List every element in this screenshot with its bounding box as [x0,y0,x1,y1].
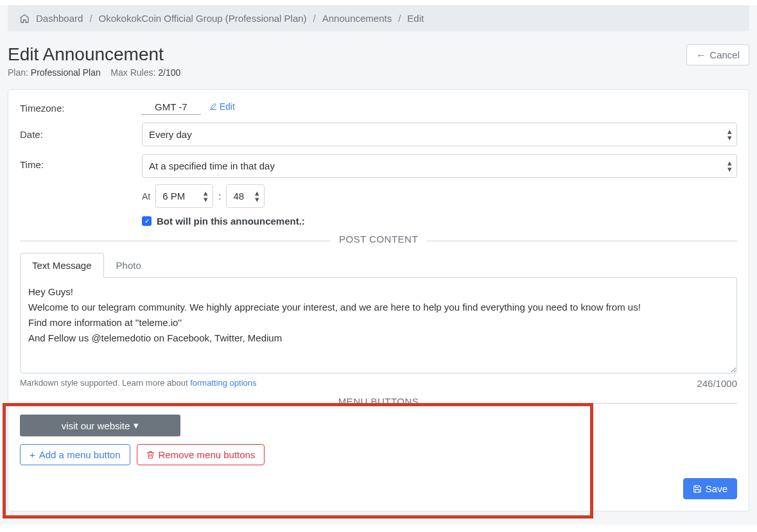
minute-select[interactable]: 48 [226,184,265,208]
post-tabs: Text Message Photo [20,252,737,277]
plus-icon: + [30,449,35,460]
form-card: Timezone: GMT -7 Edit Date: Every day ▴▾ [8,89,749,511]
at-label: At [142,191,150,202]
formatting-options-link[interactable]: formatting options [190,378,256,388]
timezone-value: GMT -7 [142,101,200,115]
plan-label: Plan: [8,67,31,78]
cancel-label: Cancel [709,49,740,60]
edit-label: Edit [220,101,235,112]
menu-buttons-heading: MENU BUTTONS [329,396,428,407]
breadcrumb-sep: / [398,13,401,24]
arrow-left-icon: ← [696,49,706,60]
pin-label: Bot will pin this announcement.: [157,216,305,227]
maxrules-label: Max Rules: [110,67,158,78]
hour-select[interactable]: 6 PM [155,184,213,208]
edit-timezone-link[interactable]: Edit [209,101,235,112]
hint-text: Markdown style supported. Learn more abo… [20,378,190,388]
cancel-button[interactable]: ← Cancel [686,44,749,65]
date-select[interactable]: Every day [142,123,737,146]
breadcrumb-current: Edit [407,13,424,24]
maxrules-value: 2/100 [158,67,180,78]
add-menu-button[interactable]: + Add a menu button [20,444,130,465]
menu-buttons-section: MENU BUTTONS visit our website ▾ + Add a… [20,403,737,465]
tab-photo[interactable]: Photo [104,253,153,278]
breadcrumb: Dashboard / OkokokokCoin Official Group … [8,5,749,31]
breadcrumb-sep: / [89,13,92,24]
char-counter: 246/1000 [697,378,737,389]
tab-text-message[interactable]: Text Message [20,253,104,278]
timezone-label: Timezone: [20,103,142,114]
save-icon [693,485,702,493]
menu-button-chip[interactable]: visit our website ▾ [20,415,180,436]
edit-icon [209,103,217,110]
time-sep: : [218,191,221,202]
breadcrumb-group[interactable]: OkokokokCoin Official Group (Professiona… [99,13,307,24]
time-label: Time: [20,154,142,170]
home-icon [19,13,30,24]
trash-icon [146,450,155,459]
breadcrumb-dashboard[interactable]: Dashboard [36,13,83,24]
remove-menu-label: Remove menu buttons [159,449,256,460]
time-mode-select[interactable]: At a specified time in that day [142,154,737,178]
save-button[interactable]: Save [683,478,737,499]
add-menu-label: Add a menu button [39,449,121,460]
remove-menu-buttons[interactable]: Remove menu buttons [137,444,265,465]
menu-button-chip-label: visit our website [62,420,130,431]
post-content-heading: POST CONTENT [330,234,427,245]
caret-down-icon: ▾ [134,420,139,431]
breadcrumb-announcements[interactable]: Announcements [322,13,392,24]
save-label: Save [706,483,727,494]
breadcrumb-sep: / [313,13,316,24]
pin-checkbox[interactable]: ✓ [142,216,152,226]
message-textarea[interactable] [20,277,737,373]
plan-value: Professional Plan [31,67,101,78]
page-title: Edit Announcement [8,44,180,65]
date-label: Date: [20,129,142,140]
post-content-section: POST CONTENT Text Message Photo Markdown… [20,241,737,389]
